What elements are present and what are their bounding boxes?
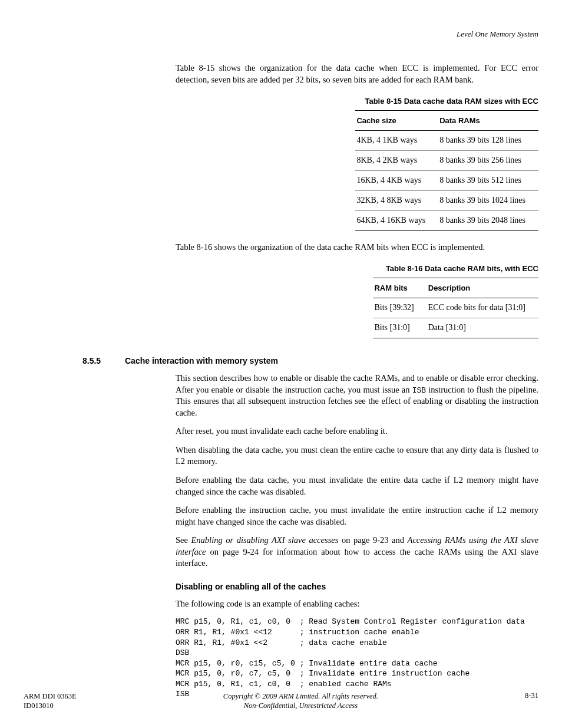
- table-8-16-caption: Table 8-16 Data cache RAM bits, with ECC: [176, 263, 538, 274]
- subsection-title: Disabling or enabling all of the caches: [176, 581, 538, 592]
- col-data-rams: Data RAMs: [438, 110, 538, 131]
- table-header-row: RAM bits Description: [373, 278, 538, 298]
- table-row: 16KB, 4 4KB ways8 banks 39 bits 512 line…: [355, 171, 538, 191]
- table-row: Bits [39:32]ECC code bits for data [31:0…: [373, 298, 538, 318]
- page-footer: ARM DDI 0363E ID013010 Copyright © 2009 …: [24, 691, 538, 711]
- section-title: Cache interaction with memory system: [125, 356, 278, 365]
- col-cache-size: Cache size: [355, 110, 438, 131]
- body-paragraph: The following code is an example of enab…: [176, 598, 538, 610]
- footer-center: Copyright © 2009 ARM Limited. All rights…: [77, 691, 525, 711]
- page-header: Level One Memory System: [24, 29, 538, 39]
- col-description: Description: [427, 278, 538, 298]
- table-8-16: RAM bits Description Bits [39:32]ECC cod…: [373, 278, 538, 338]
- table-row: Bits [31:0]Data [31:0]: [373, 318, 538, 338]
- isb-code: ISB: [412, 386, 426, 395]
- body-paragraph: See Enabling or disabling AXI slave acce…: [176, 535, 538, 569]
- classification: Non-Confidential, Unrestricted Access: [77, 701, 525, 710]
- copyright: Copyright © 2009 ARM Limited. All rights…: [77, 691, 525, 701]
- intro-paragraph: Table 8-15 shows the organization for th…: [176, 62, 538, 85]
- body-paragraph: Before enabling the data cache, you must…: [176, 475, 538, 498]
- table-row: 32KB, 4 8KB ways8 banks 39 bits 1024 lin…: [355, 190, 538, 210]
- footer-left: ARM DDI 0363E ID013010: [24, 691, 77, 711]
- doc-id: ARM DDI 0363E: [24, 691, 77, 701]
- col-ram-bits: RAM bits: [373, 278, 427, 298]
- table-header-row: Cache size Data RAMs: [355, 110, 538, 131]
- section-number: 8.5.5: [82, 356, 125, 365]
- page-number: 8-31: [525, 691, 538, 700]
- table-8-15-caption: Table 8-15 Data cache data RAM sizes wit…: [176, 96, 538, 107]
- xref-link: Enabling or disabling AXI slave accesses: [191, 535, 339, 545]
- body-paragraph: After reset, you must invalidate each ca…: [176, 426, 538, 437]
- table-row: 64KB, 4 16KB ways8 banks 39 bits 2048 li…: [355, 210, 538, 230]
- table-8-15: Cache size Data RAMs 4KB, 4 1KB ways8 ba…: [355, 110, 538, 231]
- body-paragraph: Before enabling the instruction cache, y…: [176, 505, 538, 528]
- doc-rev: ID013010: [24, 701, 77, 710]
- table-row: 8KB, 4 2KB ways8 banks 39 bits 256 lines: [355, 151, 538, 171]
- body-paragraph: When disabling the data cache, you must …: [176, 444, 538, 467]
- section-heading: 8.5.5 Cache interaction with memory syst…: [24, 356, 538, 365]
- mid-paragraph: Table 8-16 shows the organization of the…: [176, 242, 538, 253]
- body-paragraph: This section describes how to enable or …: [176, 373, 538, 419]
- code-block: MRC p15, 0, R1, c1, c0, 0 ; Read System …: [176, 617, 538, 699]
- table-row: 4KB, 4 1KB ways8 banks 39 bits 128 lines: [355, 131, 538, 151]
